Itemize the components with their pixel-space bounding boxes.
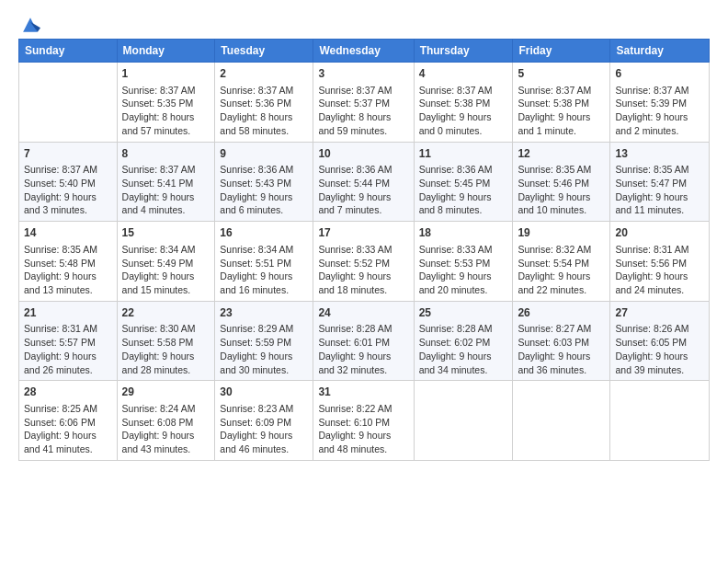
cell-info: Sunrise: 8:26 AMSunset: 6:05 PMDaylight:… — [615, 322, 704, 376]
cell-info: Sunrise: 8:35 AMSunset: 5:47 PMDaylight:… — [615, 163, 704, 217]
calendar-cell — [414, 381, 513, 461]
logo — [18, 15, 40, 31]
calendar-cell: 2Sunrise: 8:37 AMSunset: 5:36 PMDaylight… — [215, 63, 313, 143]
cell-info: Sunrise: 8:37 AMSunset: 5:35 PMDaylight:… — [122, 84, 210, 138]
week-row-4: 28Sunrise: 8:25 AMSunset: 6:06 PMDayligh… — [19, 381, 710, 461]
day-number: 11 — [419, 146, 508, 162]
cell-info: Sunrise: 8:34 AMSunset: 5:51 PMDaylight:… — [220, 243, 308, 297]
calendar-cell: 4Sunrise: 8:37 AMSunset: 5:38 PMDaylight… — [414, 63, 513, 143]
cell-info: Sunrise: 8:37 AMSunset: 5:38 PMDaylight:… — [419, 84, 508, 138]
calendar-cell: 12Sunrise: 8:35 AMSunset: 5:46 PMDayligh… — [513, 142, 610, 222]
calendar-cell: 7Sunrise: 8:37 AMSunset: 5:40 PMDaylight… — [19, 142, 118, 222]
cell-info: Sunrise: 8:36 AMSunset: 5:45 PMDaylight:… — [419, 163, 508, 217]
day-number: 10 — [318, 146, 408, 162]
logo-icon — [20, 15, 40, 35]
cell-info: Sunrise: 8:29 AMSunset: 5:59 PMDaylight:… — [220, 322, 308, 376]
calendar-cell: 31Sunrise: 8:22 AMSunset: 6:10 PMDayligh… — [313, 381, 414, 461]
day-number: 28 — [24, 385, 112, 400]
day-number: 31 — [318, 385, 408, 400]
cell-info: Sunrise: 8:35 AMSunset: 5:48 PMDaylight:… — [24, 243, 112, 297]
calendar-cell: 19Sunrise: 8:32 AMSunset: 5:54 PMDayligh… — [513, 222, 610, 302]
cell-info: Sunrise: 8:22 AMSunset: 6:10 PMDaylight:… — [318, 402, 408, 456]
day-header-sunday: Sunday — [19, 40, 118, 63]
day-header-saturday: Saturday — [610, 40, 710, 63]
calendar-cell: 10Sunrise: 8:36 AMSunset: 5:44 PMDayligh… — [313, 142, 414, 222]
week-row-0: 1Sunrise: 8:37 AMSunset: 5:35 PMDaylight… — [19, 63, 710, 143]
calendar-cell: 29Sunrise: 8:24 AMSunset: 6:08 PMDayligh… — [117, 381, 215, 461]
calendar-cell: 5Sunrise: 8:37 AMSunset: 5:38 PMDaylight… — [513, 63, 610, 143]
day-number: 1 — [122, 66, 210, 82]
day-number: 5 — [518, 66, 605, 82]
header — [18, 15, 710, 31]
cell-info: Sunrise: 8:37 AMSunset: 5:40 PMDaylight:… — [24, 163, 112, 217]
cell-info: Sunrise: 8:34 AMSunset: 5:49 PMDaylight:… — [122, 243, 210, 297]
cell-info: Sunrise: 8:37 AMSunset: 5:39 PMDaylight:… — [615, 84, 704, 138]
calendar-cell: 11Sunrise: 8:36 AMSunset: 5:45 PMDayligh… — [414, 142, 513, 222]
cell-info: Sunrise: 8:31 AMSunset: 5:57 PMDaylight:… — [24, 322, 112, 376]
calendar-cell: 22Sunrise: 8:30 AMSunset: 5:58 PMDayligh… — [117, 301, 215, 381]
day-number: 13 — [615, 146, 704, 162]
day-header-thursday: Thursday — [414, 40, 513, 63]
day-number: 30 — [220, 385, 308, 400]
cell-info: Sunrise: 8:30 AMSunset: 5:58 PMDaylight:… — [122, 322, 210, 376]
cell-info: Sunrise: 8:32 AMSunset: 5:54 PMDaylight:… — [518, 243, 605, 297]
page: SundayMondayTuesdayWednesdayThursdayFrid… — [0, 0, 728, 563]
cell-info: Sunrise: 8:37 AMSunset: 5:37 PMDaylight:… — [318, 84, 408, 138]
calendar-cell — [513, 381, 610, 461]
day-number: 2 — [220, 66, 308, 82]
calendar-table: SundayMondayTuesdayWednesdayThursdayFrid… — [18, 39, 710, 461]
day-number: 12 — [518, 146, 605, 162]
cell-info: Sunrise: 8:37 AMSunset: 5:36 PMDaylight:… — [220, 84, 308, 138]
calendar-cell: 13Sunrise: 8:35 AMSunset: 5:47 PMDayligh… — [610, 142, 710, 222]
calendar-cell: 26Sunrise: 8:27 AMSunset: 6:03 PMDayligh… — [513, 301, 610, 381]
day-number: 21 — [24, 305, 112, 321]
cell-info: Sunrise: 8:31 AMSunset: 5:56 PMDaylight:… — [615, 243, 704, 297]
calendar-cell: 30Sunrise: 8:23 AMSunset: 6:09 PMDayligh… — [215, 381, 313, 461]
day-number: 25 — [419, 305, 508, 321]
day-number: 7 — [24, 146, 112, 162]
day-number: 4 — [419, 66, 508, 82]
calendar-cell: 3Sunrise: 8:37 AMSunset: 5:37 PMDaylight… — [313, 63, 414, 143]
cell-info: Sunrise: 8:28 AMSunset: 6:01 PMDaylight:… — [318, 322, 408, 376]
day-header-friday: Friday — [513, 40, 610, 63]
day-number: 6 — [615, 66, 704, 82]
day-number: 3 — [318, 66, 408, 82]
week-row-3: 21Sunrise: 8:31 AMSunset: 5:57 PMDayligh… — [19, 301, 710, 381]
calendar-cell: 6Sunrise: 8:37 AMSunset: 5:39 PMDaylight… — [610, 63, 710, 143]
calendar-cell: 25Sunrise: 8:28 AMSunset: 6:02 PMDayligh… — [414, 301, 513, 381]
day-number: 20 — [615, 225, 704, 241]
cell-info: Sunrise: 8:36 AMSunset: 5:44 PMDaylight:… — [318, 163, 408, 217]
day-header-tuesday: Tuesday — [215, 40, 313, 63]
calendar-cell: 1Sunrise: 8:37 AMSunset: 5:35 PMDaylight… — [117, 63, 215, 143]
cell-info: Sunrise: 8:36 AMSunset: 5:43 PMDaylight:… — [220, 163, 308, 217]
calendar-cell: 24Sunrise: 8:28 AMSunset: 6:01 PMDayligh… — [313, 301, 414, 381]
day-number: 18 — [419, 225, 508, 241]
cell-info: Sunrise: 8:25 AMSunset: 6:06 PMDaylight:… — [24, 402, 112, 456]
calendar-cell: 23Sunrise: 8:29 AMSunset: 5:59 PMDayligh… — [215, 301, 313, 381]
cell-info: Sunrise: 8:23 AMSunset: 6:09 PMDaylight:… — [220, 402, 308, 456]
calendar-cell — [19, 63, 118, 143]
calendar-cell: 15Sunrise: 8:34 AMSunset: 5:49 PMDayligh… — [117, 222, 215, 302]
calendar-cell: 20Sunrise: 8:31 AMSunset: 5:56 PMDayligh… — [610, 222, 710, 302]
calendar-cell: 21Sunrise: 8:31 AMSunset: 5:57 PMDayligh… — [19, 301, 118, 381]
day-number: 14 — [24, 225, 112, 241]
day-number: 26 — [518, 305, 605, 321]
day-number: 23 — [220, 305, 308, 321]
calendar-cell: 27Sunrise: 8:26 AMSunset: 6:05 PMDayligh… — [610, 301, 710, 381]
day-number: 16 — [220, 225, 308, 241]
header-row: SundayMondayTuesdayWednesdayThursdayFrid… — [19, 40, 710, 63]
day-number: 15 — [122, 225, 210, 241]
day-header-monday: Monday — [117, 40, 215, 63]
week-row-2: 14Sunrise: 8:35 AMSunset: 5:48 PMDayligh… — [19, 222, 710, 302]
week-row-1: 7Sunrise: 8:37 AMSunset: 5:40 PMDaylight… — [19, 142, 710, 222]
cell-info: Sunrise: 8:24 AMSunset: 6:08 PMDaylight:… — [122, 402, 210, 456]
calendar-cell: 8Sunrise: 8:37 AMSunset: 5:41 PMDaylight… — [117, 142, 215, 222]
calendar-cell — [610, 381, 710, 461]
cell-info: Sunrise: 8:28 AMSunset: 6:02 PMDaylight:… — [419, 322, 508, 376]
cell-info: Sunrise: 8:33 AMSunset: 5:52 PMDaylight:… — [318, 243, 408, 297]
calendar-cell: 9Sunrise: 8:36 AMSunset: 5:43 PMDaylight… — [215, 142, 313, 222]
calendar-cell: 28Sunrise: 8:25 AMSunset: 6:06 PMDayligh… — [19, 381, 118, 461]
day-number: 8 — [122, 146, 210, 162]
day-header-wednesday: Wednesday — [313, 40, 414, 63]
day-number: 17 — [318, 225, 408, 241]
